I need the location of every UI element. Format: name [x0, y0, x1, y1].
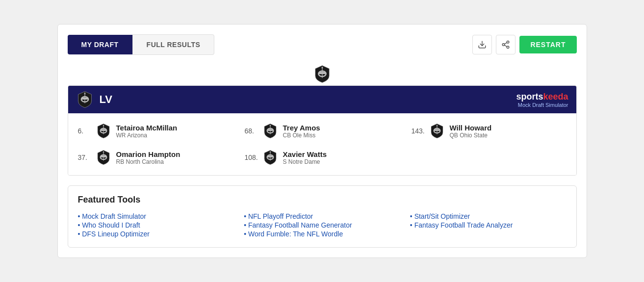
- tools-grid: Mock Draft Simulator Who Should I Draft …: [78, 212, 567, 238]
- pick-pos-school: S Notre Dame: [283, 158, 327, 165]
- svg-line-4: [505, 45, 507, 47]
- pick-row: 143. Will Howard QB Ohio State: [406, 119, 572, 143]
- pick-number: 6.: [78, 127, 96, 135]
- pick-name: Trey Amos: [283, 124, 320, 132]
- brand-sports: sports: [516, 92, 543, 102]
- pick-row: 108. Xavier Watts S Notre Dame: [239, 146, 406, 169]
- svg-rect-14: [84, 93, 85, 103]
- tool-link-start-sit[interactable]: Start/Sit Optimizer: [410, 212, 470, 220]
- tool-link-mock-draft[interactable]: Mock Draft Simulator: [78, 212, 147, 220]
- featured-tools-section: Featured Tools Mock Draft Simulator Who …: [68, 185, 577, 248]
- tab-full-results[interactable]: FULL RESULTS: [132, 34, 215, 55]
- share-button[interactable]: [496, 35, 515, 54]
- download-icon: [478, 40, 487, 49]
- pick-number: 143.: [412, 127, 429, 135]
- svg-rect-24: [270, 125, 270, 134]
- pick-number: 68.: [245, 127, 262, 135]
- pick-number: 37.: [78, 154, 96, 161]
- svg-rect-19: [103, 125, 103, 134]
- download-button[interactable]: [472, 35, 492, 54]
- picks-grid: 6. Tetairoa McMillan WR Arizona 68.: [68, 113, 576, 175]
- raiders-shield-header: [76, 91, 94, 108]
- draft-card: LV sportskeeda Mock Draft Simulator 6.: [68, 85, 577, 176]
- pick-info: Will Howard QB Ohio State: [450, 124, 492, 139]
- sportskeeda-brand: sportskeeda Mock Draft Simulator: [516, 92, 568, 108]
- tool-link-nfl-playoff[interactable]: NFL Playoff Predictor: [244, 212, 313, 220]
- svg-rect-34: [103, 152, 103, 161]
- main-container: MY DRAFT FULL RESULTS RESTART: [57, 24, 587, 258]
- raiders-shield-pick: [96, 123, 111, 139]
- raiders-shield-pick: [262, 150, 278, 165]
- pick-info: Trey Amos CB Ole Miss: [283, 124, 320, 139]
- pick-row-empty: [406, 146, 572, 169]
- pick-pos-school: QB Ohio State: [450, 132, 492, 139]
- pick-pos-school: CB Ole Miss: [283, 132, 320, 139]
- pick-name: Will Howard: [450, 124, 492, 132]
- top-bar: MY DRAFT FULL RESULTS RESTART: [68, 34, 577, 55]
- svg-rect-29: [437, 125, 437, 134]
- pick-number: 108.: [245, 154, 262, 161]
- pick-pos-school: WR Arizona: [116, 132, 178, 139]
- tool-link-ff-trade[interactable]: Fantasy Football Trade Analyzer: [410, 221, 513, 229]
- featured-tools-title: Featured Tools: [78, 195, 567, 205]
- pick-info: Xavier Watts S Notre Dame: [283, 150, 327, 165]
- raiders-shield-pick: [429, 123, 445, 139]
- svg-rect-9: [322, 67, 322, 78]
- raiders-shield-top: [313, 65, 332, 83]
- svg-rect-39: [270, 152, 270, 161]
- team-abbreviation: LV: [100, 93, 516, 106]
- share-icon: [501, 40, 510, 49]
- pick-name: Xavier Watts: [283, 150, 327, 158]
- restart-button[interactable]: RESTART: [519, 36, 576, 53]
- svg-line-5: [505, 43, 507, 44]
- draft-card-header: LV sportskeeda Mock Draft Simulator: [68, 86, 576, 113]
- pick-pos-school: RB North Carolina: [116, 158, 180, 165]
- pick-info: Tetairoa McMillan WR Arizona: [116, 124, 178, 139]
- tools-col-0: Mock Draft Simulator Who Should I Draft …: [78, 212, 234, 238]
- pick-row: 6. Tetairoa McMillan WR Arizona: [72, 119, 239, 143]
- raiders-shield-pick: [96, 150, 111, 165]
- team-logo-top: [68, 65, 577, 83]
- pick-name: Tetairoa McMillan: [116, 124, 178, 132]
- brand-tagline: Mock Draft Simulator: [516, 102, 568, 108]
- tool-link-ff-name-gen[interactable]: Fantasy Football Name Generator: [244, 221, 352, 229]
- pick-row: 37. Omarion Hampton RB North Carolina: [72, 146, 239, 169]
- tool-link-who-should-draft[interactable]: Who Should I Draft: [78, 221, 140, 229]
- pick-name: Omarion Hampton: [116, 150, 180, 158]
- raiders-shield-pick: [262, 123, 278, 139]
- tool-link-dfs-lineup[interactable]: DFS Lineup Optimizer: [78, 230, 150, 238]
- pick-row: 68. Trey Amos CB Ole Miss: [239, 119, 406, 143]
- brand-keeda: keeda: [543, 92, 568, 102]
- tools-col-2: Start/Sit Optimizer Fantasy Football Tra…: [410, 212, 567, 238]
- tool-link-word-fumble[interactable]: Word Fumble: The NFL Wordle: [244, 230, 343, 238]
- tools-col-1: NFL Playoff Predictor Fantasy Football N…: [244, 212, 400, 238]
- pick-info: Omarion Hampton RB North Carolina: [116, 150, 180, 165]
- tab-my-draft[interactable]: MY DRAFT: [68, 35, 132, 54]
